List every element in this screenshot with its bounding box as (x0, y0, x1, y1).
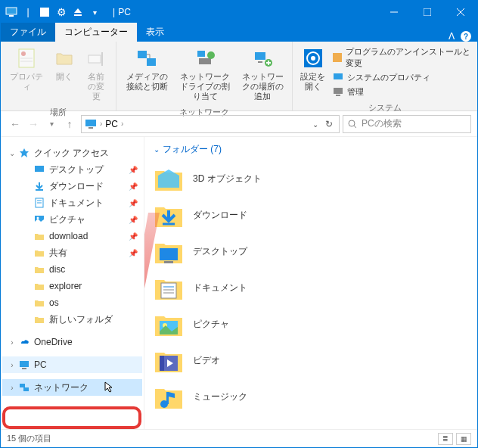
svg-rect-45 (22, 368, 26, 369)
svg-rect-15 (138, 51, 147, 58)
properties-button[interactable]: プロパティ (5, 43, 48, 95)
svg-rect-31 (336, 95, 340, 96)
tree-quick-access[interactable]: ⌄ クイック アクセス (2, 145, 142, 161)
svg-rect-13 (88, 55, 101, 63)
settings-button[interactable]: 設定を開く (297, 43, 329, 95)
maximize-button[interactable] (411, 1, 444, 23)
ribbon: プロパティ 開く 名前の変更 場所 メディアの接続と切断 (1, 42, 477, 111)
view-details-button[interactable]: ≣ (438, 433, 453, 445)
search-icon (348, 120, 357, 129)
folder-item[interactable]: ミュージック (154, 378, 468, 415)
nav-tree: ⌄ クイック アクセス デスクトップ📌ダウンロード📌ドキュメント📌ピクチャ📌do… (1, 137, 144, 429)
svg-rect-4 (74, 14, 82, 16)
back-button[interactable]: ← (7, 116, 23, 132)
rename-button[interactable]: 名前の変更 (81, 43, 111, 105)
group-header-label: フォルダー (7) (163, 143, 222, 156)
folder-icon[interactable] (39, 6, 51, 18)
media-button[interactable]: メディアの接続と切断 (121, 43, 172, 95)
tab-file[interactable]: ファイル (1, 23, 55, 42)
navbar: ← → ▾ ↑ › PC › ⌄ ↻ PCの検索 (1, 111, 477, 137)
folder-item[interactable]: デスクトップ (154, 233, 468, 269)
tree-item-共有[interactable]: 共有📌 (2, 244, 142, 261)
address-dropdown-icon[interactable]: ⌄ (312, 120, 318, 129)
item-count: 15 個の項目 (7, 433, 51, 444)
folder-item[interactable]: 3D オブジェクト (154, 160, 468, 197)
tree-item-download[interactable]: download📌 (2, 228, 142, 244)
svg-point-27 (311, 56, 315, 61)
tree-item-disc[interactable]: disc (2, 261, 142, 278)
up-button[interactable]: ↑ (61, 116, 78, 132)
view-icons-button[interactable]: ▦ (456, 433, 471, 445)
manage-label: 管理 (347, 86, 364, 98)
svg-rect-32 (85, 120, 96, 126)
cursor-icon (104, 381, 114, 394)
tree-item-新しいフォルダ[interactable]: 新しいフォルダ (2, 311, 142, 328)
address-bar[interactable]: › PC › ⌄ ↻ (81, 115, 340, 133)
svg-rect-29 (334, 73, 343, 79)
collapse-icon[interactable]: ⌄ (154, 145, 160, 154)
tree-item-デスクトップ[interactable]: デスクトップ📌 (2, 161, 142, 178)
tree-item-ダウンロード[interactable]: ダウンロード📌 (2, 178, 142, 194)
manage-button[interactable]: 管理 (332, 86, 471, 98)
sysprops-button[interactable]: システムのプロパティ (332, 71, 471, 83)
svg-rect-47 (23, 387, 29, 391)
uninstall-button[interactable]: プログラムのアンインストールと変更 (332, 46, 471, 69)
tree-item-ピクチャ[interactable]: ピクチャ📌 (2, 211, 142, 228)
ribbon-collapse-icon[interactable]: ᐱ (449, 31, 455, 42)
onedrive-label: OneDrive (34, 337, 73, 347)
gear-icon[interactable]: ⚙ (55, 6, 67, 18)
close-button[interactable] (444, 1, 477, 23)
folder-item[interactable]: ビデオ (154, 342, 468, 378)
svg-line-35 (354, 126, 356, 128)
map-drive-label: ネットワーク ドライブの割り当て (177, 72, 233, 102)
titlebar: | ⚙ ▾ | PC (1, 1, 477, 23)
svg-rect-30 (334, 88, 343, 94)
explorer-window: | ⚙ ▾ | PC ファイル コンピューター 表示 ᐱ ? (0, 0, 478, 448)
add-network-button[interactable]: ネットワークの場所の追加 (237, 43, 287, 105)
search-box[interactable]: PCの検索 (343, 115, 471, 133)
recent-dropdown[interactable]: ▾ (43, 116, 60, 132)
crumb-pc[interactable]: PC (105, 119, 118, 129)
svg-rect-6 (424, 8, 431, 16)
tab-computer[interactable]: コンピューター (55, 23, 137, 42)
folder-label: ダウンロード (193, 209, 247, 222)
folder-item[interactable]: ピクチャ (154, 306, 468, 342)
svg-rect-19 (197, 51, 205, 57)
tree-item-explorer[interactable]: explorer (2, 278, 142, 294)
refresh-button[interactable]: ↻ (325, 119, 333, 129)
svg-rect-33 (88, 127, 93, 129)
svg-point-34 (349, 120, 355, 126)
media-label: メディアの接続と切断 (124, 72, 169, 92)
map-drive-button[interactable]: ネットワーク ドライブの割り当て (174, 43, 236, 105)
tree-item-ドキュメント[interactable]: ドキュメント📌 (2, 194, 142, 211)
folder-label: デスクトップ (193, 245, 247, 258)
open-label: 開く (56, 72, 73, 82)
svg-rect-21 (258, 61, 262, 63)
open-button[interactable]: 開く (49, 43, 79, 85)
svg-rect-51 (161, 283, 176, 298)
eject-icon[interactable] (72, 6, 84, 18)
help-icon[interactable]: ? (461, 31, 471, 42)
svg-rect-20 (255, 52, 265, 60)
svg-rect-37 (35, 166, 44, 172)
folder-label: ピクチャ (193, 318, 229, 331)
folder-label: ミュージック (193, 390, 247, 403)
crumb-dropdown[interactable]: › (121, 120, 123, 128)
svg-rect-17 (199, 58, 211, 64)
svg-rect-0 (6, 8, 17, 14)
tree-item-os[interactable]: os (2, 294, 142, 311)
minimize-button[interactable] (377, 1, 411, 23)
folder-group-header[interactable]: ⌄ フォルダー (7) (154, 143, 468, 156)
tree-onedrive[interactable]: › OneDrive (2, 334, 142, 350)
quick-access-label: クイック アクセス (34, 147, 109, 160)
folder-item[interactable]: ドキュメント (154, 269, 468, 306)
forward-button[interactable]: → (25, 116, 42, 132)
tree-network[interactable]: › ネットワーク (2, 379, 142, 396)
window-title: PC (118, 7, 131, 17)
folder-item[interactable]: ダウンロード (154, 197, 468, 233)
tree-pc[interactable]: › PC (2, 356, 142, 373)
tab-view[interactable]: 表示 (137, 23, 173, 42)
rename-label: 名前の変更 (84, 72, 108, 102)
content-pane[interactable]: ⌄ フォルダー (7) 3D オブジェクトダウンロードデスクトップドキュメントピ… (144, 137, 477, 429)
qat-dropdown[interactable]: ▾ (88, 6, 101, 18)
